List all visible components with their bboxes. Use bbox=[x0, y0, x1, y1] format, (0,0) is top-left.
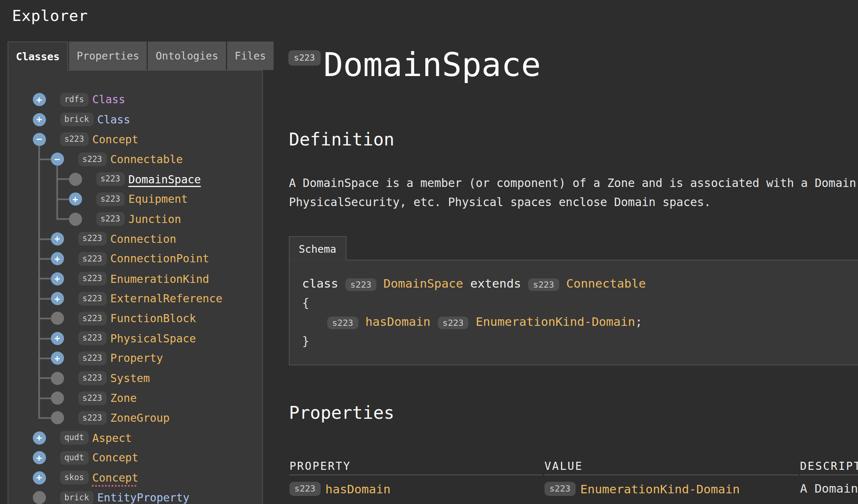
tree-item-s223-physicalspace[interactable]: +s223PhysicalSpace bbox=[8, 328, 262, 348]
tree-item-label[interactable]: Concept bbox=[92, 133, 138, 146]
tree-item-s223-externalreference[interactable]: +s223ExternalReference bbox=[8, 289, 262, 309]
expand-toggle[interactable]: + bbox=[69, 192, 82, 206]
tree-item-s223-functionblock[interactable]: s223FunctionBlock bbox=[8, 309, 262, 328]
tree-item-s223-junction[interactable]: s223Junction bbox=[8, 209, 262, 229]
expand-toggle[interactable]: + bbox=[51, 332, 64, 345]
namespace-chip: s223 bbox=[60, 133, 89, 146]
expand-toggle[interactable]: + bbox=[51, 272, 64, 285]
tree-item-label[interactable]: ExternalReference bbox=[110, 292, 222, 305]
tree-item-skos-concept[interactable]: +skosConcept bbox=[8, 468, 262, 487]
namespace-chip: s223 bbox=[78, 232, 107, 246]
tree-item-s223-enumerationkind[interactable]: +s223EnumerationKind bbox=[8, 269, 262, 289]
namespace-chip: s223 bbox=[78, 252, 107, 266]
tree-item-s223-connectable[interactable]: −s223Connectable bbox=[8, 150, 262, 169]
namespace-badge: s223 bbox=[288, 50, 320, 66]
tree-item-label[interactable]: Aspect bbox=[92, 431, 132, 444]
tree-item-label[interactable]: Concept bbox=[92, 451, 138, 464]
leaf-dot bbox=[51, 312, 64, 325]
tab-files[interactable]: Files bbox=[227, 42, 274, 70]
tree-item-label[interactable]: ConnectionPoint bbox=[110, 252, 209, 266]
tree-item-label[interactable]: Class bbox=[97, 113, 130, 126]
tree-item-s223-zone[interactable]: s223Zone bbox=[8, 388, 262, 408]
definition-heading: Definition bbox=[289, 129, 394, 150]
tree-item-label[interactable]: ZoneGroup bbox=[110, 411, 169, 425]
expand-toggle[interactable]: + bbox=[33, 431, 46, 444]
class-detail-pane: s223 DomainSpace Definition A DomainSpac… bbox=[288, 0, 858, 504]
code-token[interactable]: DomainSpace bbox=[383, 277, 463, 290]
namespace-chip: s223 bbox=[78, 391, 107, 405]
code-token[interactable]: Connectable bbox=[566, 277, 646, 290]
namespace-chip: brick bbox=[60, 491, 93, 504]
tab-schema[interactable]: Schema bbox=[289, 236, 346, 260]
tree-item-s223-zonegroup[interactable]: s223ZoneGroup bbox=[8, 408, 262, 428]
tree-item-label[interactable]: FunctionBlock bbox=[110, 312, 196, 325]
code-token[interactable]: EnumerationKind-Domain bbox=[476, 315, 635, 328]
expand-toggle[interactable]: + bbox=[51, 252, 64, 266]
tree-item-label[interactable]: PhysicalSpace bbox=[110, 332, 196, 345]
expand-toggle[interactable]: + bbox=[51, 292, 64, 305]
tree-item-s223-property[interactable]: +s223Property bbox=[8, 348, 262, 368]
expand-toggle[interactable]: + bbox=[33, 471, 46, 485]
namespace-chip: brick bbox=[60, 113, 93, 126]
tree-item-label[interactable]: Connection bbox=[110, 233, 176, 246]
leaf-dot bbox=[51, 392, 64, 405]
tree-item-label[interactable]: Class bbox=[92, 93, 125, 106]
tab-ontologies[interactable]: Ontologies bbox=[148, 42, 226, 70]
namespace-chip: rdfs bbox=[60, 93, 89, 107]
tree-item-s223-concept[interactable]: −s223Concept bbox=[8, 129, 262, 149]
tree-item-label[interactable]: System bbox=[110, 372, 150, 385]
tree-item-label[interactable]: Property bbox=[110, 352, 163, 365]
namespace-chip: s223 bbox=[346, 278, 376, 291]
tab-classes[interactable]: Classes bbox=[8, 42, 68, 71]
expand-toggle[interactable]: + bbox=[33, 451, 46, 464]
tree-item-label[interactable]: Connectable bbox=[110, 153, 183, 166]
value-link[interactable]: EnumerationKind-Domain bbox=[580, 482, 740, 496]
expand-toggle[interactable]: + bbox=[51, 233, 64, 246]
tree-item-s223-connectionpoint[interactable]: +s223ConnectionPoint bbox=[8, 249, 262, 269]
code-line: classs223DomainSpaceextendss223Connectab… bbox=[302, 274, 858, 293]
tab-properties[interactable]: Properties bbox=[69, 42, 147, 70]
tree-item-s223-connection[interactable]: +s223Connection bbox=[8, 229, 262, 249]
tree-item-s223-domainspace[interactable]: s223DomainSpace bbox=[8, 169, 262, 189]
tree-item-label[interactable]: Concept bbox=[92, 471, 138, 485]
tree-item-qudt-aspect[interactable]: +qudtAspect bbox=[8, 428, 262, 448]
tree-item-s223-equipment[interactable]: +s223Equipment bbox=[8, 189, 262, 209]
collapse-toggle[interactable]: − bbox=[51, 153, 64, 166]
tree-item-label[interactable]: DomainSpace bbox=[128, 173, 201, 186]
class-tree: +rdfsClass+brickClass−s223Concept−s223Co… bbox=[8, 71, 262, 504]
tree-item-label[interactable]: EnumerationKind bbox=[110, 272, 209, 285]
namespace-chip: qudt bbox=[60, 451, 89, 465]
collapse-toggle[interactable]: − bbox=[33, 133, 46, 146]
code-line: } bbox=[302, 331, 858, 350]
namespace-chip: s223 bbox=[96, 172, 125, 186]
leaf-dot bbox=[33, 491, 46, 504]
code-token[interactable]: hasDomain bbox=[365, 315, 430, 328]
expand-toggle[interactable]: + bbox=[51, 352, 64, 365]
code-line: { bbox=[302, 293, 858, 312]
tree-item-brick-entityproperty[interactable]: brickEntityProperty bbox=[8, 487, 262, 504]
tab-schema-label: Schema bbox=[299, 242, 336, 255]
column-header: PROPERTY bbox=[289, 459, 542, 475]
explorer-page: Explorer ClassesPropertiesOntologiesFile… bbox=[0, 0, 858, 504]
tree-item-brick-class[interactable]: +brickClass bbox=[8, 109, 262, 129]
tree-item-qudt-concept[interactable]: +qudtConcept bbox=[8, 448, 262, 468]
definition-line: A DomainSpace is a member (or component)… bbox=[289, 174, 856, 193]
expand-toggle[interactable]: + bbox=[33, 113, 46, 126]
tree-item-label[interactable]: Junction bbox=[128, 212, 181, 226]
property-link[interactable]: hasDomain bbox=[325, 482, 390, 496]
table-column-description: DESCRIPTIONA DomainSpace bbox=[800, 459, 858, 495]
tree-item-rdfs-class[interactable]: +rdfsClass bbox=[8, 90, 262, 109]
expand-toggle[interactable]: + bbox=[33, 93, 46, 106]
code-token: class bbox=[302, 277, 339, 290]
tree-item-label[interactable]: Equipment bbox=[128, 192, 187, 206]
namespace-chip: s223 bbox=[96, 192, 125, 206]
namespace-chip: s223 bbox=[96, 212, 125, 226]
page-title: Explorer bbox=[12, 7, 88, 25]
leaf-dot bbox=[69, 212, 82, 226]
schema-code-block: classs223DomainSpaceextendss223Connectab… bbox=[289, 260, 858, 365]
properties-heading: Properties bbox=[289, 403, 394, 424]
tree-item-label[interactable]: EntityProperty bbox=[97, 491, 189, 504]
tree-item-label[interactable]: Zone bbox=[110, 392, 137, 405]
tree-item-s223-system[interactable]: s223System bbox=[8, 368, 262, 388]
table-column-property: PROPERTYs223hasDomain bbox=[289, 459, 542, 496]
